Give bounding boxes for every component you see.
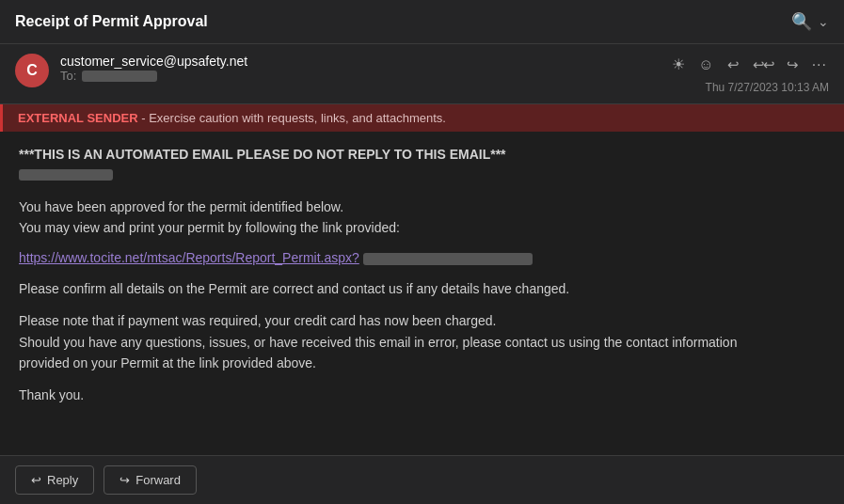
- header-icons: ☀ ☺ ↩ ↩↩ ↪ ···: [670, 54, 829, 75]
- reply-label: Reply: [47, 473, 78, 487]
- warning-banner: EXTERNAL SENDER - Exercise caution with …: [0, 104, 844, 132]
- email-container: Receipt of Permit Approval 🔍 ⌄ C custome…: [0, 0, 844, 504]
- email-footer: ↩ Reply ↪ Forward: [0, 455, 844, 504]
- body-paragraph-2: Please confirm all details on the Permit…: [19, 278, 825, 299]
- sender-to: To:: [60, 69, 247, 83]
- email-body: ***THIS IS AN AUTOMATED EMAIL PLEASE DO …: [0, 132, 844, 455]
- forward-button[interactable]: ↪ Forward: [104, 465, 197, 495]
- email-subject: Receipt of Permit Approval: [15, 13, 208, 30]
- sender-right: ☀ ☺ ↩ ↩↩ ↪ ··· Thu 7/27/2023 10:13 AM: [670, 54, 829, 94]
- link-blur: [363, 253, 533, 265]
- title-bar-icons: 🔍 ⌄: [791, 11, 829, 32]
- reply-btn-icon: ↩: [31, 473, 41, 487]
- sender-header: C customer_service@upsafety.net To: ☀ ☺ …: [0, 44, 844, 104]
- zoom-icon[interactable]: 🔍: [791, 11, 812, 32]
- forward-icon[interactable]: ↪: [785, 55, 801, 75]
- blurred-subject-line: [19, 169, 113, 181]
- thank-you: Thank you.: [19, 385, 825, 405]
- sender-left: C customer_service@upsafety.net To:: [15, 54, 247, 87]
- recipient-blur: [82, 71, 157, 82]
- body-paragraph-3: Please note that if payment was required…: [19, 310, 825, 373]
- dropdown-icon[interactable]: ⌄: [818, 14, 829, 29]
- emoji-icon[interactable]: ☺: [696, 55, 715, 75]
- title-bar: Receipt of Permit Approval 🔍 ⌄: [0, 0, 844, 44]
- body-paragraph-1: You have been approved for the permit id…: [19, 197, 825, 239]
- reply-button[interactable]: ↩ Reply: [15, 465, 94, 495]
- reply-icon[interactable]: ↩: [725, 55, 741, 75]
- sender-info: customer_service@upsafety.net To:: [60, 54, 247, 83]
- permit-link-line: https://www.tocite.net/mtsac/Reports/Rep…: [19, 250, 825, 265]
- warning-message: - Exercise caution with requests, links,…: [138, 111, 446, 125]
- timestamp: Thu 7/27/2023 10:13 AM: [706, 81, 829, 94]
- reply-all-icon[interactable]: ↩↩: [751, 55, 775, 75]
- automated-notice: ***THIS IS AN AUTOMATED EMAIL PLEASE DO …: [19, 147, 825, 162]
- warning-bold: EXTERNAL SENDER: [18, 111, 138, 125]
- more-icon[interactable]: ···: [810, 55, 829, 75]
- forward-label: Forward: [135, 473, 181, 487]
- brightness-icon[interactable]: ☀: [670, 54, 687, 75]
- avatar: C: [15, 54, 49, 87]
- forward-btn-icon: ↪: [119, 473, 130, 487]
- permit-link[interactable]: https://www.tocite.net/mtsac/Reports/Rep…: [19, 250, 359, 265]
- sender-email: customer_service@upsafety.net: [60, 54, 247, 69]
